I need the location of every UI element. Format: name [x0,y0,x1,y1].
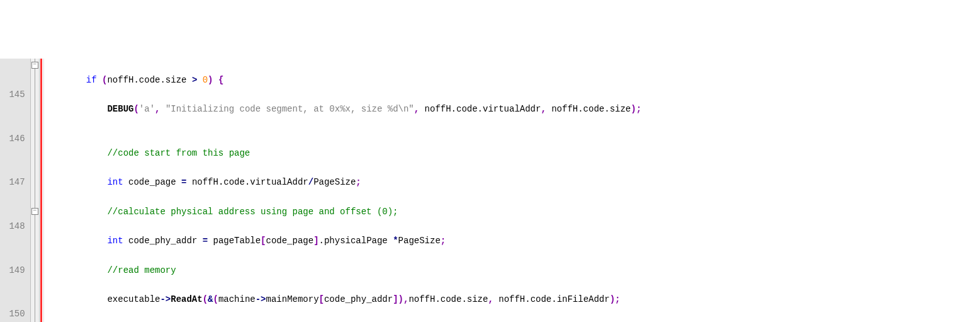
code-line[interactable]: //calculate physical address using page … [44,205,684,219]
code-editor: 145 146 147 148 149 150 151 152 153 154 … [0,59,980,322]
change-marker [40,59,42,322]
fold-minus-icon[interactable]: − [31,208,38,215]
line-number-gutter: 145 146 147 148 149 150 151 152 153 154 … [0,59,31,322]
line-number: 145 [4,88,25,102]
code-line[interactable]: //code start from this page [44,146,684,161]
code-line[interactable]: if (noffH.code.size > 0) { [44,73,684,88]
line-number: 147 [4,175,25,190]
change-marker-column [40,59,44,322]
code-area[interactable]: if (noffH.code.size > 0) { DEBUG('a', "I… [44,59,684,322]
code-line[interactable]: int code_phy_addr = pageTable[code_page]… [44,234,684,248]
line-number: 146 [4,132,25,146]
line-number: 148 [4,219,25,234]
line-number: 149 [4,263,25,278]
fold-minus-icon[interactable]: − [31,62,38,69]
code-line[interactable]: //read memory [44,263,684,278]
code-line[interactable]: DEBUG('a', "Initializing code segment, a… [44,102,684,117]
code-line[interactable]: executable->ReadAt(&(machine->mainMemory… [44,292,684,307]
code-line[interactable]: int code_page = noffH.code.virtualAddr/P… [44,175,684,190]
fold-column: − − [31,59,40,322]
fold-guide-line [35,59,35,322]
line-number: 150 [4,307,25,321]
